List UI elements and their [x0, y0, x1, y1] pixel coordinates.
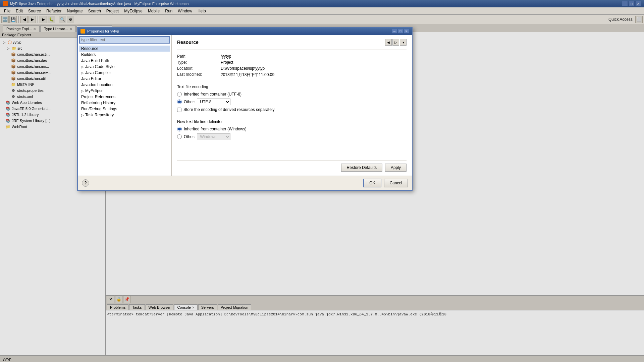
dialog-maximize-button[interactable]: □ [398, 29, 403, 34]
lastmod-row: Last modified: 2018年11月18日下午11:00:09 [177, 72, 407, 78]
store-encoding-label: Store the encoding of derived resources … [183, 107, 275, 112]
other-newline-radio[interactable] [177, 134, 182, 139]
encoding-section: Text file encoding Inherited from contai… [177, 84, 407, 114]
resource-title-row: Resource ◀ ▷ ▾ [177, 39, 407, 46]
expand-arrow-icon: ▷ [81, 113, 84, 117]
nav-label-java-compiler: Java Compiler [85, 70, 111, 75]
encoding-section-title: Text file encoding [177, 84, 407, 89]
nav-item-task-repository[interactable]: ▷ Task Repository [79, 112, 170, 118]
dialog-action-buttons: OK Cancel [363, 179, 408, 187]
nav-label-refactoring-history: Refactoring History [81, 101, 115, 105]
linedelim-section: New text file line delimiter Inherited f… [177, 119, 407, 142]
restore-defaults-button[interactable]: Restore Defaults [341, 164, 382, 172]
dialog-icon [80, 29, 85, 34]
nav-label-java-build-path: Java Build Path [81, 58, 109, 63]
nav-item-run-debug[interactable]: Run/Debug Settings [79, 106, 170, 112]
other-newline-label: Other: [184, 134, 195, 139]
dialog-footer: ? OK Cancel [78, 176, 412, 190]
inherited-newline-label: Inherited from container (Windows) [184, 127, 247, 131]
resource-nav-buttons: ◀ ▷ ▾ [385, 39, 407, 46]
nav-label-run-debug: Run/Debug Settings [81, 107, 117, 111]
apply-button[interactable]: Apply [385, 164, 407, 172]
other-newline-row: Other: Windows Unix Mac [177, 133, 407, 140]
dialog-content: Resource ◀ ▷ ▾ Path: /yytyp Type: [172, 35, 412, 176]
dialog-title-buttons: ─ □ ✕ [392, 29, 409, 34]
lastmod-label: Last modified: [177, 72, 221, 78]
type-row: Type: Project [177, 60, 407, 65]
nav-label-builders: Builders [81, 52, 96, 57]
dialog-close-button[interactable]: ✕ [404, 29, 409, 34]
type-value: Project [221, 60, 233, 65]
expand-arrow-icon: ▷ [81, 71, 84, 75]
dialog-title: Properties for yytyp [87, 29, 392, 33]
inherited-encoding-label: Inherited from container (UTF-8) [184, 92, 241, 97]
restore-apply-row: Restore Defaults Apply [177, 161, 407, 172]
nav-item-java-build-path[interactable]: Java Build Path [79, 58, 170, 64]
inherited-encoding-row: Inherited from container (UTF-8) [177, 92, 407, 97]
expand-arrow-icon: ▷ [81, 89, 84, 93]
resource-heading: Resource [177, 40, 199, 45]
path-value: /yytyp [221, 54, 231, 59]
encoding-select[interactable]: UTF-8 UTF-16 ISO-8859-1 US-ASCII [197, 99, 230, 105]
dialog-filter-input[interactable] [79, 36, 170, 44]
nav-item-resource[interactable]: Resource [79, 46, 170, 52]
resource-dropdown-button[interactable]: ▾ [400, 39, 407, 46]
nav-label-task-repository: Task Repository [85, 113, 114, 117]
inherited-encoding-radio[interactable] [177, 92, 182, 97]
location-label: Location: [177, 66, 221, 71]
nav-label-java-code-style: Java Code Style [85, 64, 114, 69]
nav-item-builders[interactable]: Builders [79, 52, 170, 58]
expand-arrow-icon: ▷ [81, 65, 84, 69]
nav-item-myeclipse[interactable]: ▷ MyEclipse [79, 88, 170, 94]
nav-label-project-references: Project References [81, 95, 115, 99]
other-encoding-row: Other: UTF-8 UTF-16 ISO-8859-1 US-ASCII [177, 99, 407, 105]
inherited-newline-radio[interactable] [177, 127, 182, 131]
other-encoding-radio[interactable] [177, 100, 182, 104]
inherited-newline-row: Inherited from container (Windows) [177, 127, 407, 131]
newline-select[interactable]: Windows Unix Mac [197, 133, 230, 140]
nav-item-javadoc[interactable]: Javadoc Location [79, 82, 170, 88]
path-label: Path: [177, 54, 221, 59]
nav-item-java-editor[interactable]: Java Editor [79, 76, 170, 82]
nav-item-java-compiler[interactable]: ▷ Java Compiler [79, 70, 170, 76]
dialog-body: Resource Builders Java Build Path ▷ Java… [78, 35, 412, 176]
store-encoding-row: Store the encoding of derived resources … [177, 107, 407, 112]
location-row: Location: D:\Workspaces\lsp\yytyp [177, 66, 407, 71]
newline-section-title: New text file line delimiter [177, 119, 407, 124]
nav-label-myeclipse: MyEclipse [85, 88, 104, 93]
ok-button[interactable]: OK [363, 179, 381, 187]
type-label: Type: [177, 60, 221, 65]
path-row: Path: /yytyp [177, 54, 407, 59]
dialog-overlay: Properties for yytyp ─ □ ✕ Resource Buil… [0, 0, 644, 362]
resource-info: Path: /yytyp Type: Project Location: D:\… [177, 54, 407, 79]
dialog-nav: Resource Builders Java Build Path ▷ Java… [78, 35, 172, 176]
properties-dialog: Properties for yytyp ─ □ ✕ Resource Buil… [77, 27, 413, 191]
other-encoding-label: Other: [184, 100, 195, 104]
nav-label-java-editor: Java Editor [81, 76, 101, 81]
nav-item-project-references[interactable]: Project References [79, 94, 170, 100]
nav-label-javadoc: Javadoc Location [81, 82, 112, 87]
location-value: D:\Workspaces\lsp\yytyp [221, 66, 265, 71]
store-encoding-checkbox[interactable] [177, 108, 181, 112]
resource-back-button[interactable]: ◀ [385, 39, 392, 46]
help-button[interactable]: ? [82, 179, 89, 187]
lastmod-value: 2018年11月18日下午11:00:09 [221, 72, 274, 78]
nav-item-java-code-style[interactable]: ▷ Java Code Style [79, 64, 170, 70]
nav-item-refactoring-history[interactable]: Refactoring History [79, 100, 170, 106]
cancel-button[interactable]: Cancel [384, 179, 408, 187]
nav-label-resource: Resource [81, 46, 98, 51]
dialog-minimize-button[interactable]: ─ [392, 29, 397, 34]
dialog-title-bar: Properties for yytyp ─ □ ✕ [78, 27, 412, 35]
resource-forward-button[interactable]: ▷ [392, 39, 399, 46]
